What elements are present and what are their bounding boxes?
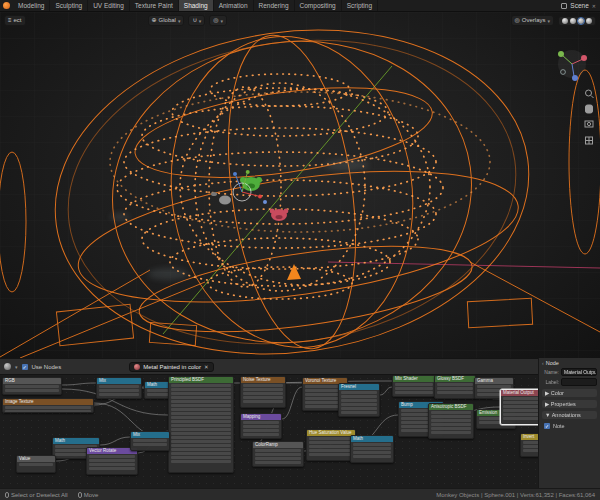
workspace-tab-compositing[interactable]: Compositing xyxy=(295,0,342,11)
mouse-icon xyxy=(78,492,82,498)
zoom-icon xyxy=(586,90,592,96)
orientation-dropdown[interactable]: ⊕ Global ▾ xyxy=(148,15,185,26)
viewport-menu-label: ect xyxy=(14,17,22,24)
shader-editor-header: ▾ ✓ Use Nodes Metal Painted in color ✕ xyxy=(0,358,600,375)
chevron-down-icon: ▾ xyxy=(178,18,181,24)
node-fresnel[interactable]: Fresnel xyxy=(338,383,380,417)
viewport-side-tools[interactable] xyxy=(583,88,595,152)
chevron-down-icon: ▾ xyxy=(15,364,18,370)
proportional-icon: ◎ xyxy=(213,17,218,24)
shading-mode-switcher xyxy=(558,16,596,26)
node-sidebar: ‹ Node Name: Material Output Label: ▶ Co… xyxy=(538,358,600,488)
workspace-tab-shading[interactable]: Shading xyxy=(179,0,214,11)
scene-close-icon[interactable]: ✕ xyxy=(592,3,596,9)
workspace-tab-animation[interactable]: Animation xyxy=(214,0,254,11)
node-mix[interactable]: Mix xyxy=(96,377,142,399)
node-colorramp[interactable]: ColorRamp xyxy=(252,441,304,467)
name-label: Name: xyxy=(542,369,559,375)
workspace-tabs: ModelingSculptingUV EditingTexture Paint… xyxy=(13,0,378,11)
annotation-checkbox[interactable]: ✓ xyxy=(544,423,550,429)
shading-material-icon[interactable] xyxy=(578,18,584,24)
blender-window: ModelingSculptingUV EditingTexture Paint… xyxy=(0,0,600,500)
scene-stats: Monkey Objects | Sphere.001 | Verts:61,3… xyxy=(436,492,595,498)
panel-section-color[interactable]: ▶ Color xyxy=(542,389,597,397)
shader-editor: ▾ ✓ Use Nodes Metal Painted in color ✕ R… xyxy=(0,358,600,488)
chevron-down-icon: ▾ xyxy=(199,18,202,24)
editor-type-icon[interactable] xyxy=(4,363,11,370)
panel-section-properties[interactable]: ▶ Properties xyxy=(542,400,597,408)
status-hints: Select or Deselect AllMove xyxy=(5,492,98,498)
material-icon xyxy=(134,364,140,370)
magnet-icon: ∪ xyxy=(192,17,196,24)
pan-hand-icon xyxy=(586,105,593,113)
label-label: Label: xyxy=(542,379,559,385)
orientation-label: Global xyxy=(159,17,176,24)
viewport-header-right: ◎ Overlays ▾ xyxy=(511,15,596,26)
material-name: Metal Painted in color xyxy=(143,364,201,370)
workspace-tab-sculpting[interactable]: Sculpting xyxy=(50,0,88,11)
workspace-tab-scripting[interactable]: Scripting xyxy=(342,0,378,11)
overlays-label: Overlays xyxy=(522,17,546,24)
node-math[interactable]: Math xyxy=(350,435,394,463)
workspace-tab-texture-paint[interactable]: Texture Paint xyxy=(130,0,179,11)
annotation-layer-row[interactable]: ✓ Note xyxy=(542,422,597,430)
viewport-header: ≡ ect ⊕ Global ▾ ∪ ▾ ◎ ▾ ◎ Overlays ▾ xyxy=(0,14,600,27)
scene-name: Scene xyxy=(570,2,588,9)
panel-title: Node xyxy=(546,360,559,366)
collapse-panel-icon[interactable]: ‹ xyxy=(542,360,544,366)
mouse-icon xyxy=(5,492,9,498)
overlays-dropdown[interactable]: ◎ Overlays ▾ xyxy=(511,15,554,26)
node-rgb[interactable]: RGB xyxy=(2,377,62,395)
chevron-down-icon: ▾ xyxy=(547,18,550,24)
menu-icon: ≡ xyxy=(8,17,12,24)
node-canvas[interactable]: RGBImage TextureMixMathPrincipled BSDFNo… xyxy=(0,375,600,488)
unlink-material-icon[interactable]: ✕ xyxy=(204,364,209,370)
status-hint: Select or Deselect All xyxy=(5,492,68,498)
node-principled-bsdf[interactable]: Principled BSDF xyxy=(168,376,234,473)
material-selector[interactable]: Metal Painted in color ✕ xyxy=(129,362,213,372)
workspace-tab-modeling[interactable]: Modeling xyxy=(13,0,50,11)
viewport-canvas xyxy=(0,12,600,358)
shading-solid-icon[interactable] xyxy=(570,18,576,24)
node-noise-texture[interactable]: Noise Texture xyxy=(240,376,286,408)
node-mapping[interactable]: Mapping xyxy=(240,413,282,439)
scene-icon xyxy=(561,3,567,9)
node-value[interactable]: Value xyxy=(16,455,56,473)
sidebar-sections: ▶ Color▶ Properties▼ Annotations xyxy=(542,389,597,419)
panel-section-annotations[interactable]: ▼ Annotations xyxy=(542,411,597,419)
viewport-3d[interactable]: ≡ ect ⊕ Global ▾ ∪ ▾ ◎ ▾ ◎ Overlays ▾ xyxy=(0,12,600,358)
node-glossy-bsdf[interactable]: Glossy BSDF xyxy=(434,375,476,399)
globe-icon: ⊕ xyxy=(152,17,157,24)
topbar: ModelingSculptingUV EditingTexture Paint… xyxy=(0,0,600,12)
workspace-tab-rendering[interactable]: Rendering xyxy=(254,0,295,11)
node-mix[interactable]: Mix xyxy=(130,431,170,451)
shading-rendered-icon[interactable] xyxy=(586,18,592,24)
node-name-field[interactable]: Material Output xyxy=(561,368,597,376)
blender-logo-icon[interactable] xyxy=(3,2,10,9)
overlays-icon: ◎ xyxy=(515,17,520,24)
proportional-editing-toggle[interactable]: ◎ ▾ xyxy=(209,15,227,26)
scene-selector[interactable]: Scene ✕ xyxy=(561,2,600,9)
node-vector-rotate[interactable]: Vector Rotate xyxy=(86,447,138,475)
shading-wireframe-icon[interactable] xyxy=(562,18,568,24)
node-image-texture[interactable]: Image Texture xyxy=(2,398,94,413)
statusbar: Select or Deselect AllMove Monkey Object… xyxy=(0,488,600,500)
chevron-down-icon: ▾ xyxy=(221,18,224,24)
status-hint: Move xyxy=(78,492,99,498)
node-hue-saturation-value[interactable]: Hue Saturation Value xyxy=(306,429,356,461)
workspace-tab-uv-editing[interactable]: UV Editing xyxy=(88,0,130,11)
floor-grid xyxy=(0,12,600,358)
node-anisotropic-bsdf[interactable]: Anisotropic BSDF xyxy=(428,403,474,439)
annotation-layer-name: Note xyxy=(553,423,565,429)
node-label-field[interactable] xyxy=(561,378,597,386)
node-mix-shader[interactable]: Mix Shader xyxy=(392,375,436,397)
use-nodes-label: Use Nodes xyxy=(32,364,62,370)
viewport-menu[interactable]: ≡ ect xyxy=(4,15,26,26)
snap-toggle[interactable]: ∪ ▾ xyxy=(188,15,205,26)
use-nodes-checkbox[interactable]: ✓ xyxy=(22,364,28,370)
